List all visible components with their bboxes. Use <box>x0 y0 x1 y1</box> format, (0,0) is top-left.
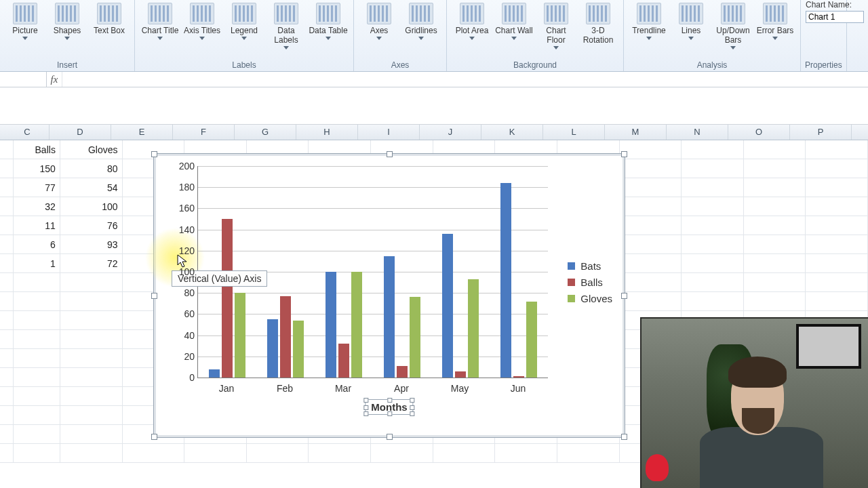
legend-item[interactable]: Balls <box>568 277 612 288</box>
cell[interactable]: 1 <box>14 254 60 273</box>
bar-bats[interactable] <box>267 319 278 378</box>
cell[interactable] <box>60 311 123 330</box>
cell[interactable] <box>620 140 682 159</box>
cell[interactable] <box>14 330 60 349</box>
cell[interactable] <box>123 444 185 463</box>
cell[interactable]: 77 <box>14 178 60 197</box>
cell[interactable] <box>620 235 682 254</box>
cell[interactable] <box>806 292 868 311</box>
chart-legend[interactable]: BatsBallsGloves <box>568 256 612 309</box>
column-header[interactable]: D <box>50 125 111 140</box>
cell[interactable] <box>60 387 123 406</box>
cell[interactable] <box>14 444 60 463</box>
column-header[interactable]: F <box>173 125 235 140</box>
bar-balls[interactable] <box>397 366 408 378</box>
cell[interactable] <box>620 178 682 197</box>
bar-gloves[interactable] <box>410 297 420 378</box>
cell[interactable] <box>806 140 868 159</box>
legend-item[interactable]: Bats <box>568 260 612 272</box>
chart-name-input[interactable] <box>806 11 864 23</box>
column-header[interactable]: L <box>543 125 605 140</box>
up-down-bars-button[interactable]: Up/Down Bars <box>712 1 754 49</box>
cell[interactable] <box>682 292 744 311</box>
resize-handle[interactable] <box>151 293 157 299</box>
cell[interactable] <box>60 406 123 425</box>
column-header[interactable]: G <box>235 125 296 140</box>
cell[interactable] <box>184 444 247 463</box>
bar-gloves[interactable] <box>351 272 362 378</box>
cell[interactable] <box>682 140 744 159</box>
cell[interactable] <box>14 349 60 368</box>
chart-floor-button[interactable]: Chart Floor <box>535 1 577 49</box>
bar-gloves[interactable] <box>235 293 245 378</box>
cell[interactable] <box>60 444 123 463</box>
cell[interactable]: 76 <box>60 216 123 235</box>
cell[interactable] <box>14 387 60 406</box>
cell[interactable] <box>806 273 868 292</box>
cell[interactable] <box>60 349 123 368</box>
cell[interactable] <box>14 273 60 292</box>
legend-item[interactable]: Gloves <box>568 293 612 304</box>
column-header[interactable]: H <box>296 125 358 140</box>
cell[interactable] <box>744 235 806 254</box>
bar-gloves[interactable] <box>293 321 304 378</box>
cell[interactable]: 100 <box>60 197 123 216</box>
bar-bats[interactable] <box>326 272 336 378</box>
cell[interactable] <box>806 197 868 216</box>
cell[interactable]: 150 <box>14 159 60 178</box>
error-bars-button[interactable]: Error Bars <box>754 1 796 40</box>
cell[interactable] <box>620 216 682 235</box>
cell[interactable]: 80 <box>60 159 123 178</box>
cell[interactable] <box>744 254 806 273</box>
cell[interactable] <box>744 216 806 235</box>
cell[interactable] <box>620 254 682 273</box>
cell[interactable] <box>247 444 309 463</box>
cell[interactable]: 72 <box>60 254 123 273</box>
bar-bats[interactable] <box>442 234 453 378</box>
bar-balls[interactable] <box>338 344 349 378</box>
trendline-button[interactable]: Trendline <box>628 1 670 40</box>
legend-button[interactable]: Legend <box>223 1 265 40</box>
cell[interactable] <box>806 254 868 273</box>
bar-bats[interactable] <box>209 369 220 378</box>
resize-handle[interactable] <box>621 434 627 440</box>
fx-icon[interactable]: fx <box>47 72 62 87</box>
cell[interactable] <box>806 216 868 235</box>
cell[interactable] <box>620 197 682 216</box>
cell[interactable] <box>682 178 744 197</box>
cell[interactable] <box>682 197 744 216</box>
cell[interactable] <box>14 368 60 387</box>
cell[interactable] <box>744 273 806 292</box>
bar-bats[interactable] <box>384 256 395 378</box>
resize-handle[interactable] <box>621 151 627 157</box>
data-table-button[interactable]: Data Table <box>307 1 349 40</box>
cell[interactable] <box>682 254 744 273</box>
cell[interactable] <box>806 235 868 254</box>
cell[interactable] <box>744 197 806 216</box>
cell[interactable] <box>60 368 123 387</box>
cell[interactable] <box>557 444 620 463</box>
cell[interactable] <box>495 444 557 463</box>
cell[interactable] <box>60 330 123 349</box>
cell[interactable] <box>682 273 744 292</box>
resize-handle[interactable] <box>621 293 627 299</box>
cell[interactable] <box>433 444 496 463</box>
column-header[interactable]: P <box>790 125 852 140</box>
cell[interactable] <box>744 292 806 311</box>
bar-balls[interactable] <box>455 371 466 378</box>
resize-handle[interactable] <box>387 151 393 157</box>
chart-wall-button[interactable]: Chart Wall <box>493 1 535 40</box>
cell[interactable] <box>744 140 806 159</box>
rotation-3d-button[interactable]: 3-D Rotation <box>577 1 619 45</box>
bar-gloves[interactable] <box>526 302 537 378</box>
cell[interactable] <box>806 178 868 197</box>
cell[interactable]: 11 <box>14 216 60 235</box>
x-axis-title[interactable]: Months <box>365 399 413 415</box>
cell[interactable] <box>620 273 682 292</box>
cell[interactable] <box>371 444 433 463</box>
cell[interactable] <box>14 406 60 425</box>
data-labels-button[interactable]: Data Labels <box>265 1 307 49</box>
cell[interactable] <box>744 159 806 178</box>
column-header[interactable]: C <box>5 125 50 140</box>
name-box[interactable] <box>0 72 47 87</box>
